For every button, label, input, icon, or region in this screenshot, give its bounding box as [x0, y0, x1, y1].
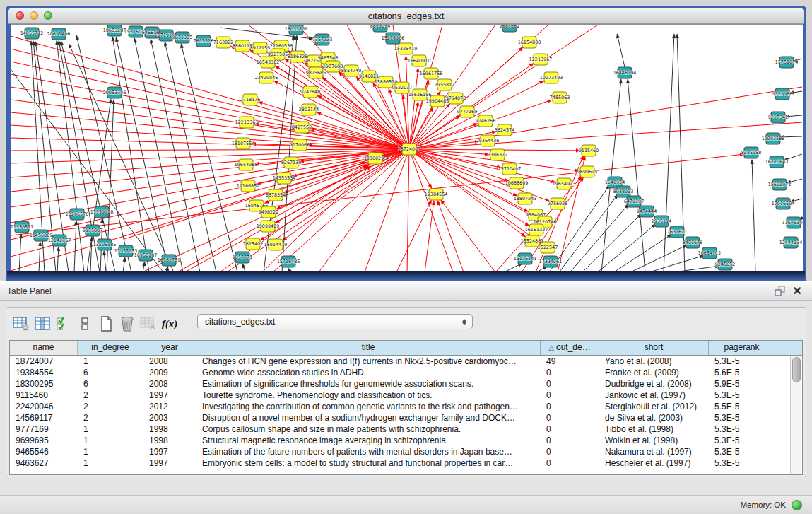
- table-cell-name[interactable]: 14569117: [10, 412, 78, 424]
- table-cell-title[interactable]: Embryonic stem cells: a model to study s…: [196, 457, 541, 469]
- table-cell-short[interactable]: Yano et al. (2008): [599, 356, 709, 367]
- column-header-in_degree[interactable]: in_degree: [78, 341, 143, 355]
- network-window-titlebar[interactable]: citations_edges.txt: [8, 8, 804, 24]
- table-cell-in_degree[interactable]: 2: [78, 390, 143, 401]
- table-cell-name[interactable]: 9777169: [10, 424, 78, 435]
- table-cell-title[interactable]: Changes of HCN gene expression and I(f) …: [196, 356, 541, 367]
- table-selector-dropdown[interactable]: citations_edges.txt: [197, 314, 473, 329]
- table-cell-year[interactable]: 1997: [143, 457, 196, 469]
- graph-node[interactable]: 9875685: [306, 67, 326, 78]
- table-cell-pagerank[interactable]: 5.3E-5: [709, 356, 775, 367]
- table-cell-in_degree[interactable]: 6: [78, 367, 143, 378]
- function-icon[interactable]: f(x): [159, 315, 180, 333]
- graph-node[interactable]: 9242848: [300, 86, 320, 98]
- graph-node[interactable]: 7625402: [243, 238, 263, 250]
- column-header-name[interactable]: name: [10, 341, 78, 355]
- graph-node[interactable]: 19654985: [235, 159, 258, 170]
- column-header-out_degree[interactable]: △out_de…: [541, 341, 599, 355]
- table-cell-short[interactable]: Stergiakouli et al. (2012): [599, 401, 709, 412]
- graph-node[interactable]: 12444134: [779, 237, 803, 248]
- show-column-icon[interactable]: [32, 315, 53, 333]
- graph-node[interactable]: 8215958: [741, 147, 761, 158]
- graph-node[interactable]: 10653287: [103, 25, 126, 36]
- table-cell-pagerank[interactable]: 5.3E-5: [709, 435, 775, 446]
- graph-node[interactable]: 7615526: [194, 35, 213, 47]
- table-cell-title[interactable]: Estimation of the future numbers of pati…: [196, 446, 541, 457]
- graph-node[interactable]: 16154808: [518, 37, 541, 48]
- table-cell-out_degree[interactable]: 0: [541, 390, 599, 401]
- graph-node[interactable]: 6479197: [624, 196, 644, 207]
- table-cell-title[interactable]: Corpus callosum shape and size in male p…: [196, 424, 541, 435]
- table-cell-short[interactable]: de Silva et al. (2003): [599, 412, 709, 424]
- table-row[interactable]: 946362711997Embryonic stem cells: a mode…: [10, 457, 802, 469]
- graph-node[interactable]: 16640910: [408, 55, 431, 66]
- table-cell-in_degree[interactable]: 1: [78, 457, 143, 469]
- graph-node[interactable]: 15692971: [768, 179, 792, 190]
- table-cell-out_degree[interactable]: 0: [541, 457, 599, 469]
- table-cell-short[interactable]: Tibbo et al. (1998): [599, 424, 709, 435]
- table-cell-name[interactable]: 18300295: [10, 378, 78, 390]
- table-cell-in_degree[interactable]: 2: [78, 401, 143, 412]
- graph-node[interactable]: 7386372: [488, 149, 507, 160]
- graph-node[interactable]: 9699695: [577, 166, 597, 177]
- graph-node[interactable]: 17016504: [772, 198, 795, 209]
- table-cell-title[interactable]: Structural magnetic resonance image aver…: [196, 435, 541, 446]
- close-icon[interactable]: ✕: [793, 286, 802, 297]
- graph-node[interactable]: 14055712: [20, 28, 44, 39]
- table-row[interactable]: 1872400712008Changes of HCN gene express…: [10, 356, 802, 367]
- table-cell-title[interactable]: Investigating the contribution of common…: [196, 401, 541, 412]
- graph-node[interactable]: 8427552: [292, 122, 312, 133]
- graph-node[interactable]: 8813054: [370, 25, 390, 32]
- table-row[interactable]: 977716911998Corpus callosum shape and si…: [10, 424, 802, 435]
- table-cell-in_degree[interactable]: 1: [78, 424, 143, 435]
- graph-node[interactable]: 16033809: [285, 25, 308, 35]
- graph-node[interactable]: 15720407: [498, 163, 522, 175]
- graph-node[interactable]: 12093582: [762, 133, 785, 144]
- vertical-scrollbar[interactable]: [790, 356, 801, 474]
- table-cell-out_degree[interactable]: 0: [541, 446, 599, 457]
- graph-node[interactable]: 15751074: [775, 57, 799, 68]
- graph-node[interactable]: 17359928: [90, 206, 114, 218]
- graph-node[interactable]: 9671385: [172, 32, 192, 43]
- graph-node[interactable]: 9746266: [476, 115, 495, 127]
- graph-node[interactable]: 9115460: [579, 145, 599, 156]
- table-cell-short[interactable]: Hescheler et al. (1997): [599, 457, 709, 469]
- delete-table-icon[interactable]: [138, 315, 159, 333]
- table-cell-out_degree[interactable]: 0: [541, 412, 599, 424]
- column-header-short[interactable]: short: [599, 341, 709, 355]
- graph-node[interactable]: 7163822: [213, 37, 233, 48]
- table-row[interactable]: 1938455462009Genome-wide association stu…: [10, 367, 802, 378]
- graph-node[interactable]: 8471676: [683, 237, 702, 248]
- table-cell-title[interactable]: Genome-wide association studies in ADHD.: [196, 367, 541, 378]
- graph-node[interactable]: 19384554: [425, 189, 448, 200]
- table-cell-short[interactable]: Jankovic et al. (1997): [599, 390, 709, 401]
- table-cell-short[interactable]: Wolkin et al. (1998): [599, 435, 709, 446]
- table-cell-year[interactable]: 1997: [143, 446, 196, 457]
- table-cell-pagerank[interactable]: 5.5E-5: [709, 401, 775, 412]
- graph-node[interactable]: 16210643: [765, 156, 789, 168]
- graph-node[interactable]: 12213363: [235, 117, 259, 128]
- column-header-pagerank[interactable]: pagerank: [709, 341, 775, 355]
- table-cell-short[interactable]: Nakamura et al. (1997): [599, 446, 709, 457]
- graph-node[interactable]: 2803144: [299, 104, 319, 115]
- graph-node[interactable]: 7632621: [667, 226, 687, 238]
- graph-node[interactable]: 9474444: [637, 206, 657, 217]
- table-cell-pagerank[interactable]: 5.3E-5: [709, 412, 775, 424]
- table-row[interactable]: 946554611997Estimation of the future num…: [10, 446, 802, 457]
- graph-node[interactable]: 9227342: [768, 112, 788, 123]
- table-cell-name[interactable]: 18724007: [10, 356, 78, 367]
- table-cell-year[interactable]: 2008: [143, 378, 196, 390]
- graph-node[interactable]: 9857771: [233, 252, 252, 263]
- graph-node[interactable]: 16448794: [613, 67, 637, 78]
- table-cell-pagerank[interactable]: 5.3E-5: [709, 446, 775, 457]
- graph-node[interactable]: 9777169: [457, 106, 477, 117]
- table-cell-out_degree[interactable]: 0: [541, 367, 599, 378]
- table-cell-year[interactable]: 2008: [143, 356, 196, 367]
- graph-node[interactable]: 2935114: [652, 216, 671, 227]
- graph-node[interactable]: 9975887: [83, 225, 102, 236]
- table-cell-short[interactable]: Dudbridge et al. (2008): [599, 378, 709, 390]
- graph-node[interactable]: 2522547: [538, 242, 558, 253]
- graph-node[interactable]: 9329966: [772, 88, 792, 100]
- scrollbar-thumb[interactable]: [792, 357, 801, 382]
- graph-node[interactable]: 20691406: [47, 28, 71, 40]
